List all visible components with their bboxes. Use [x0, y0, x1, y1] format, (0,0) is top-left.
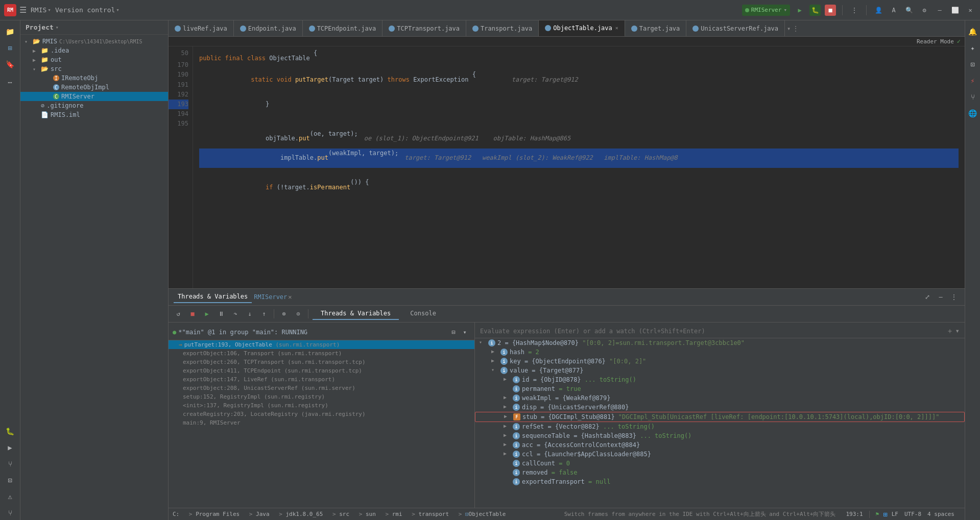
tab-close-icon[interactable]: ✕	[615, 25, 618, 31]
mute-breakpoints-icon[interactable]: ⊙	[293, 308, 304, 319]
run-button[interactable]: ▶	[794, 5, 805, 16]
git-icon[interactable]: ⑂	[3, 457, 17, 471]
reader-mode-button[interactable]: Reader Mode	[917, 38, 954, 45]
terminal-icon[interactable]: ⊡	[3, 473, 17, 487]
var-item-hash[interactable]: ▶ i hash = 2	[475, 348, 965, 357]
frame-exportobject3[interactable]: exportObject:411, TCPEndpoint (sun.rmi.t…	[169, 366, 474, 375]
var-item-disp[interactable]: ▶ i disp = {UnicastServerRef@880}	[475, 403, 965, 412]
minimize-button[interactable]: —	[934, 5, 945, 16]
tree-item-gitignore[interactable]: ⊘ .gitignore	[20, 101, 168, 110]
status-path-java[interactable]: Java	[256, 511, 270, 517]
step-over-icon[interactable]: ↷	[230, 308, 241, 319]
expand-icon[interactable]: ▶	[504, 413, 512, 419]
stop-button[interactable]: ■	[825, 5, 836, 16]
status-encoding[interactable]: UTF-8	[904, 511, 921, 517]
status-position[interactable]: 193:1	[846, 511, 863, 517]
tree-item-idea[interactable]: ▶ 📁 .idea	[20, 46, 168, 55]
var-item-sequencetable[interactable]: ▶ i sequenceTable = {Hashtable@883} ... …	[475, 431, 965, 440]
threads-variables-tab[interactable]: Threads & Variables	[313, 308, 399, 320]
var-item-id[interactable]: ▶ i id = {ObjID@878} ... toString()	[475, 375, 965, 384]
git-bottom-icon[interactable]: ⑂	[3, 506, 17, 520]
tab-unicastserverref[interactable]: UnicastServerRef.java	[686, 20, 785, 37]
maximize-button[interactable]: ⬜	[949, 5, 961, 16]
var-item-removed[interactable]: i removed = false	[475, 468, 965, 477]
project-title-chevron[interactable]: ▾	[56, 24, 59, 30]
hamburger-menu[interactable]: ☰	[19, 5, 27, 15]
var-item-hashnode[interactable]: ▾ i 2 = {HashMap$Node@870} "[0:0, 2]=sun…	[475, 338, 965, 348]
pause-icon[interactable]: ⏸	[216, 308, 227, 319]
var-item-value[interactable]: ▾ i value = {Target@877}	[475, 366, 965, 375]
status-indent[interactable]: 4 spaces	[927, 511, 954, 517]
expand-icon[interactable]: ▶	[504, 404, 512, 409]
status-path-transport[interactable]: transport	[418, 511, 449, 517]
tree-item-remoteobjimpl[interactable]: C RemoteObjImpl	[20, 83, 168, 92]
run-side-icon[interactable]: ▶	[3, 440, 17, 455]
bookmarks-icon[interactable]: 🔖	[3, 57, 17, 71]
debug-button[interactable]: 🐛	[809, 5, 821, 16]
stop-debug-icon[interactable]: ■	[187, 308, 198, 319]
frame-createregistry[interactable]: createRegistry:203, LocateRegistry (java…	[169, 410, 474, 418]
expand-icon[interactable]: ▶	[504, 394, 512, 400]
problems-icon[interactable]: ⚠	[3, 489, 17, 504]
eval-input[interactable]	[480, 328, 946, 335]
var-item-stub[interactable]: ▶ F stub = {DGCImpl_Stub@881} "DGCImpl_S…	[475, 412, 965, 422]
var-item-key[interactable]: ▶ i key = {ObjectEndpoint@876} "[0:0, 2]…	[475, 357, 965, 366]
tree-item-rmis[interactable]: ▾ 📂 RMIS C:\Users\14341\Desktop\RMIS	[20, 37, 168, 46]
expand-icon[interactable]: ▶	[504, 432, 512, 438]
plugin3-icon[interactable]: ⚡	[966, 73, 980, 88]
settings-icon[interactable]: ⋮	[948, 291, 960, 303]
frame-exportobject1[interactable]: exportObject:106, Transport (sun.rmi.tra…	[169, 349, 474, 358]
debug-session-name[interactable]: RMIServer	[254, 293, 287, 301]
expand-threads-icon[interactable]: ▾	[459, 327, 470, 338]
tab-target[interactable]: Target.java	[625, 20, 686, 37]
structure-icon[interactable]: ⊞	[3, 41, 17, 55]
debug-session-close[interactable]: ✕	[288, 293, 292, 301]
var-item-permanent[interactable]: i permanent = true	[475, 384, 965, 393]
expand-icon[interactable]: ▶	[491, 358, 499, 363]
tree-item-rmisiml[interactable]: 📄 RMIS.iml	[20, 110, 168, 119]
var-item-callcount[interactable]: i callCount = 0	[475, 459, 965, 468]
step-into-icon[interactable]: ↓	[244, 308, 255, 319]
status-path-jdk[interactable]: jdk1.8.0_65	[285, 511, 323, 517]
tab-liveref[interactable]: liveRef.java	[169, 20, 234, 37]
frame-setup[interactable]: setup:152, RegistryImpl (sun.rmi.registr…	[169, 392, 474, 401]
project-icon[interactable]: 📁	[3, 24, 17, 39]
step-out-icon[interactable]: ↑	[258, 308, 270, 319]
console-tab[interactable]: Console	[402, 308, 444, 320]
tree-item-rmiserver[interactable]: C RMIServer	[20, 92, 168, 101]
more-button[interactable]: ⋮	[849, 5, 860, 16]
expand-icon[interactable]: ▶	[504, 376, 512, 382]
frame-init[interactable]: <init>:137, RegistryImpl (sun.rmi.regist…	[169, 401, 474, 410]
status-path-c[interactable]: C:	[173, 511, 179, 517]
var-item-weakimpl[interactable]: ▶ i weakImpl = {WeakRef@879}	[475, 393, 965, 403]
expand-icon[interactable]: ▶	[504, 423, 512, 429]
run-config-dropdown[interactable]: ▾	[783, 7, 787, 13]
expand-icon[interactable]: ▾	[491, 367, 499, 373]
plugin1-icon[interactable]: ✦	[966, 41, 980, 55]
expand-icon[interactable]: ▶	[504, 451, 512, 456]
frame-exportobject4[interactable]: exportObject:147, LiveRef (sun.rmi.trans…	[169, 375, 474, 384]
tab-objecttable[interactable]: ObjectTable.java ✕	[539, 20, 625, 37]
var-item-refset[interactable]: ▶ i refSet = {Vector@882} ... toString()	[475, 422, 965, 431]
frame-puttarget[interactable]: ⇒ putTarget:193, ObjectTable (sun.rmi.tr…	[169, 340, 474, 349]
eval-expand-icon[interactable]: ▾	[955, 327, 960, 336]
frame-exportobject5[interactable]: exportObject:208, UnicastServerRef (sun.…	[169, 384, 474, 392]
debug-side-icon[interactable]: 🐛	[3, 424, 17, 438]
tree-item-iremoteobj[interactable]: I IRemoteObj	[20, 73, 168, 83]
tabs-options[interactable]: ⋮	[793, 25, 799, 32]
status-path-sun[interactable]: sun	[366, 511, 376, 517]
expand-icon[interactable]: ⤢	[922, 291, 933, 303]
code-content[interactable]: public final class ObjectTable { static …	[193, 46, 965, 288]
status-path-programfiles[interactable]: Program Files	[196, 511, 240, 517]
account-icon[interactable]: 👤	[873, 5, 884, 16]
search-icon[interactable]: 🔍	[903, 5, 915, 16]
notifications-icon[interactable]: 🔔	[966, 24, 980, 39]
var-item-acc[interactable]: ▶ i acc = {AccessControlContext@884}	[475, 440, 965, 450]
view-breakpoints-icon[interactable]: ⊗	[278, 308, 290, 319]
settings-icon[interactable]: ⚙	[919, 5, 930, 16]
expand-icon[interactable]: ▶	[491, 349, 499, 354]
status-path-rmi[interactable]: rmi	[392, 511, 402, 517]
eval-add-watch-icon[interactable]: ＋	[946, 327, 953, 336]
version-control-dropdown[interactable]: ▾	[116, 7, 119, 13]
expand-icon[interactable]: ▾	[479, 339, 487, 345]
